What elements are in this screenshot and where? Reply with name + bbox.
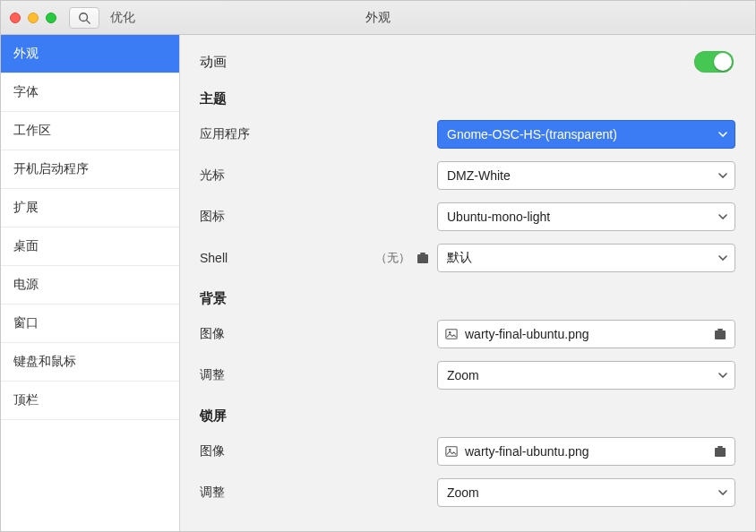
sidebar-item-workspaces[interactable]: 工作区 xyxy=(1,112,179,150)
lockscreen-image-value: warty-final-ubuntu.png xyxy=(465,444,589,459)
sidebar-item-keyboard-mouse[interactable]: 键盘和鼠标 xyxy=(1,343,179,382)
open-file-icon[interactable] xyxy=(416,251,430,265)
image-file-icon xyxy=(445,328,458,340)
theme-app-label: 应用程序 xyxy=(200,126,357,142)
theme-shell-label: Shell xyxy=(200,251,357,265)
lockscreen-adjust-select[interactable]: Zoom xyxy=(437,478,735,507)
chevron-down-icon xyxy=(718,373,727,378)
sidebar-item-label: 开机启动程序 xyxy=(13,161,89,176)
theme-cursor-select[interactable]: DMZ-White xyxy=(437,161,735,190)
lockscreen-adjust-value: Zoom xyxy=(447,485,479,500)
theme-app-value: Gnome-OSC-HS-(transparent) xyxy=(447,127,617,142)
sidebar-item-label: 外观 xyxy=(13,46,39,60)
sidebar: 外观 字体 工作区 开机启动程序 扩展 桌面 电源 窗口 键盘和鼠标 顶栏 xyxy=(1,35,180,531)
sidebar-item-label: 顶栏 xyxy=(13,392,39,407)
chevron-down-icon xyxy=(718,173,727,178)
theme-icons-select[interactable]: Ubuntu-mono-light xyxy=(437,202,735,231)
chevron-down-icon xyxy=(718,214,727,219)
search-icon xyxy=(78,12,90,24)
theme-app-select[interactable]: Gnome-OSC-HS-(transparent) xyxy=(437,120,735,149)
svg-point-5 xyxy=(449,331,451,333)
sidebar-item-label: 扩展 xyxy=(13,200,39,214)
chevron-down-icon xyxy=(718,132,727,137)
close-icon[interactable] xyxy=(10,13,21,23)
lockscreen-image-select[interactable]: warty-final-ubuntu.png xyxy=(437,437,735,466)
sidebar-item-label: 电源 xyxy=(13,277,39,291)
svg-rect-7 xyxy=(716,331,725,339)
sidebar-item-label: 工作区 xyxy=(13,123,51,137)
chevron-down-icon xyxy=(718,490,727,495)
window-controls xyxy=(1,13,56,23)
svg-rect-4 xyxy=(446,330,457,339)
sidebar-item-windows[interactable]: 窗口 xyxy=(1,305,179,343)
app-name: 优化 xyxy=(110,10,135,26)
chevron-down-icon xyxy=(718,255,727,261)
background-adjust-label: 调整 xyxy=(200,367,357,383)
background-adjust-select[interactable]: Zoom xyxy=(437,361,735,390)
lockscreen-adjust-label: 调整 xyxy=(200,485,357,501)
section-heading-background: 背景 xyxy=(200,290,735,307)
sidebar-item-fonts[interactable]: 字体 xyxy=(1,73,179,112)
theme-shell-select[interactable]: 默认 xyxy=(437,244,735,272)
svg-line-1 xyxy=(87,20,90,23)
sidebar-item-power[interactable]: 电源 xyxy=(1,266,179,305)
search-button[interactable] xyxy=(69,7,99,29)
theme-icons-label: 图标 xyxy=(200,209,357,225)
minimize-icon[interactable] xyxy=(28,13,39,23)
theme-shell-none: （无） xyxy=(375,250,410,266)
svg-rect-3 xyxy=(418,255,427,262)
maximize-icon[interactable] xyxy=(46,13,56,23)
image-file-icon xyxy=(445,445,458,458)
sidebar-item-desktop[interactable]: 桌面 xyxy=(1,227,179,266)
sidebar-item-label: 桌面 xyxy=(13,238,39,253)
svg-point-9 xyxy=(449,449,451,450)
background-image-label: 图像 xyxy=(200,326,357,342)
main-panel: 动画 主题 应用程序 Gnome-OSC-HS-(transparent) 光标… xyxy=(180,35,755,531)
animation-label: 动画 xyxy=(200,54,357,71)
section-heading-lockscreen: 锁屏 xyxy=(200,408,735,425)
svg-rect-8 xyxy=(446,447,457,457)
sidebar-item-startup[interactable]: 开机启动程序 xyxy=(1,150,179,189)
theme-cursor-value: DMZ-White xyxy=(447,168,511,183)
theme-shell-value: 默认 xyxy=(447,250,472,266)
animation-toggle[interactable] xyxy=(694,51,734,73)
background-image-value: warty-final-ubuntu.png xyxy=(465,327,589,341)
sidebar-item-label: 字体 xyxy=(13,84,39,99)
sidebar-item-topbar[interactable]: 顶栏 xyxy=(1,382,179,420)
background-image-select[interactable]: warty-final-ubuntu.png xyxy=(437,320,735,348)
svg-rect-11 xyxy=(716,449,725,456)
sidebar-item-label: 键盘和鼠标 xyxy=(13,354,76,368)
sidebar-item-extensions[interactable]: 扩展 xyxy=(1,189,179,227)
open-file-icon xyxy=(713,444,727,459)
open-file-icon xyxy=(713,327,727,341)
lockscreen-image-label: 图像 xyxy=(200,443,357,459)
theme-icons-value: Ubuntu-mono-light xyxy=(447,210,550,224)
section-heading-theme: 主题 xyxy=(200,90,735,107)
sidebar-item-label: 窗口 xyxy=(13,315,39,330)
titlebar: 优化 外观 xyxy=(1,1,755,35)
sidebar-item-appearance[interactable]: 外观 xyxy=(1,35,179,73)
theme-cursor-label: 光标 xyxy=(200,167,357,184)
background-adjust-value: Zoom xyxy=(447,368,479,382)
